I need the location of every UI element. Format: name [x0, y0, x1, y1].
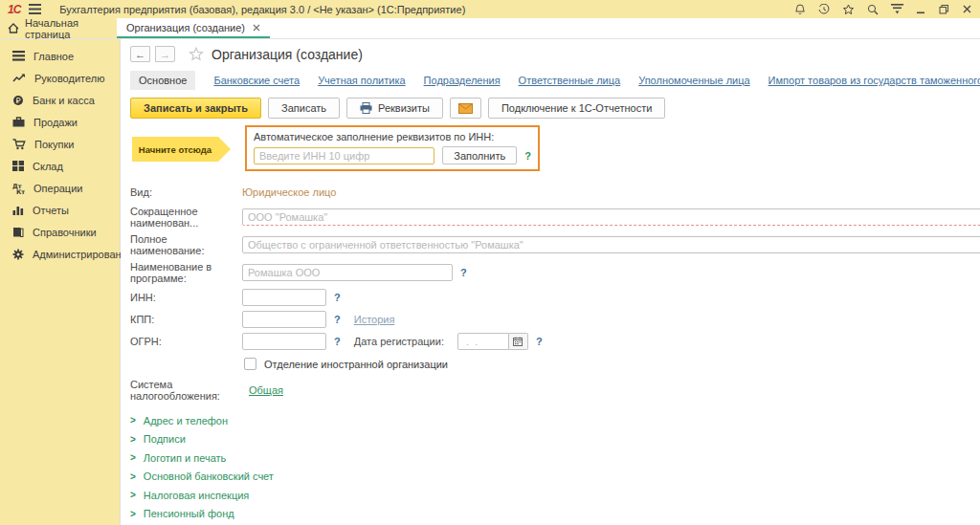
minimize-icon[interactable]	[916, 4, 926, 14]
inn-help-link[interactable]: ?	[334, 292, 341, 303]
grid-icon	[12, 161, 24, 171]
section-address-phone[interactable]: >Адрес и телефон	[130, 411, 980, 430]
chevron-right-icon: >	[130, 471, 136, 482]
sidebar-item-operations[interactable]: ДтКт Операции	[0, 177, 120, 199]
tab-main[interactable]: Основное	[130, 71, 195, 90]
fill-button[interactable]: Заполнить	[442, 146, 517, 164]
tab-bank-accounts[interactable]: Банковские счета	[213, 75, 300, 86]
favorite-star-icon[interactable]	[189, 47, 204, 61]
sidebar-item-manager[interactable]: Руководителю	[0, 67, 120, 89]
kind-label: Вид:	[130, 186, 242, 198]
home-page-tab[interactable]: Начальная страница	[0, 18, 117, 38]
chevron-right-icon: >	[130, 490, 136, 500]
requisites-button[interactable]: Реквизиты	[346, 98, 443, 119]
sidebar-item-warehouse[interactable]: Склад	[0, 155, 120, 177]
close-icon[interactable]	[962, 4, 972, 14]
tab-accounting-policy[interactable]: Учетная политика	[318, 75, 405, 86]
window-titlebar: 1С Бухгалтерия предприятия (базовая), ре…	[0, 0, 980, 18]
briefcase-icon	[12, 117, 25, 127]
home-tab-label: Начальная страница	[25, 17, 117, 40]
tab-organization-create[interactable]: Организация (создание)	[117, 18, 270, 38]
tab-authorized-persons[interactable]: Уполномоченные лица	[638, 75, 749, 86]
kpp-input[interactable]	[242, 311, 326, 328]
inn-input[interactable]	[242, 289, 326, 306]
hamburger-menu-icon[interactable]	[29, 4, 41, 14]
1c-logo: 1С	[8, 3, 20, 16]
forward-button[interactable]: →	[155, 46, 175, 62]
star-icon[interactable]	[842, 4, 855, 15]
svg-text:Кт: Кт	[16, 188, 25, 194]
search-icon[interactable]	[867, 4, 879, 15]
short-name-input[interactable]	[242, 208, 980, 226]
books-icon	[12, 227, 24, 237]
sidebar-item-sales[interactable]: Продажи	[0, 111, 120, 133]
ogrn-label: ОГРН:	[130, 336, 242, 347]
bar-chart-icon	[12, 205, 24, 215]
section-pension-fund[interactable]: >Пенсионный фонд	[130, 505, 980, 524]
reg-date-label: Дата регистрации:	[354, 336, 444, 347]
kpp-help-link[interactable]: ?	[334, 314, 341, 325]
dt-kt-icon: ДтКт	[12, 183, 25, 194]
bell-icon[interactable]	[794, 4, 806, 15]
kpp-label: КПП:	[130, 314, 242, 325]
window-title: Бухгалтерия предприятия (базовая), редак…	[59, 4, 786, 15]
full-name-input[interactable]	[242, 236, 980, 253]
inn-label: ИНН:	[130, 292, 242, 303]
tax-system-value-link[interactable]: Общая	[249, 384, 283, 396]
inn-autofill-input[interactable]	[254, 147, 434, 164]
ogrn-help-link[interactable]: ?	[334, 336, 341, 347]
tab-close-icon[interactable]	[253, 24, 260, 32]
sidebar-item-main[interactable]: Главное	[0, 45, 120, 67]
program-name-label: Наименование в программе:	[130, 261, 242, 284]
fill-help-link[interactable]: ?	[524, 150, 531, 162]
collapsible-sections: >Адрес и телефон >Подписи >Логотип и печ…	[130, 411, 980, 525]
sidebar-item-bank-cash[interactable]: Банк и касса	[0, 89, 120, 111]
doc-tab-label: Организация (создание)	[126, 22, 245, 33]
sidebar-item-directories[interactable]: Справочники	[0, 221, 120, 243]
coin-icon	[12, 95, 24, 106]
section-signatures[interactable]: >Подписи	[130, 430, 980, 449]
short-name-label: Сокращенное наименован...	[130, 206, 242, 229]
foreign-org-checkbox[interactable]	[244, 358, 256, 370]
reg-date-help-link[interactable]: ?	[536, 336, 543, 347]
sidebar-item-purchases[interactable]: Покупки	[0, 133, 120, 155]
maximize-icon[interactable]	[939, 4, 949, 14]
tab-bar: Начальная страница Организация (создание…	[0, 18, 980, 39]
section-logo-seal[interactable]: >Логотип и печать	[130, 448, 980, 468]
tab-responsible-persons[interactable]: Ответственные лица	[519, 75, 621, 86]
reg-date-input[interactable]	[457, 333, 509, 350]
section-main-bank-account[interactable]: >Основной банковский счет	[130, 468, 980, 487]
history-link[interactable]: История	[354, 314, 395, 325]
program-name-input[interactable]	[242, 264, 453, 281]
history-icon[interactable]	[818, 4, 830, 15]
connect-1c-reporting-button[interactable]: Подключение к 1С-Отчетности	[488, 98, 665, 119]
envelope-button[interactable]	[450, 98, 481, 119]
save-and-close-button[interactable]: Записать и закрыть	[130, 98, 261, 119]
menu-caret-icon[interactable]	[891, 4, 903, 14]
save-button[interactable]: Записать	[268, 98, 340, 119]
sidebar-item-reports[interactable]: Отчеты	[0, 199, 120, 221]
tab-departments[interactable]: Подразделения	[424, 75, 501, 86]
auto-fill-inn-panel: Автоматическое заполнение реквизитов по …	[245, 125, 540, 171]
chevron-right-icon: >	[130, 434, 136, 445]
back-button[interactable]: ←	[130, 46, 150, 62]
page-title: Организация (создание)	[212, 47, 363, 62]
trend-icon	[12, 73, 26, 83]
tab-import-goods[interactable]: Импорт товаров из государств таможенного…	[768, 75, 980, 86]
section-panel: Главное Руководителю Банк и касса Продаж…	[0, 39, 121, 525]
calendar-icon[interactable]	[509, 333, 528, 350]
section-tax-inspection[interactable]: >Налоговая инспекция	[130, 486, 980, 505]
program-name-help-link[interactable]: ?	[460, 267, 467, 278]
sidebar-item-administration[interactable]: Администрирование	[0, 243, 120, 265]
start-here-arrow: Начните отсюда	[132, 137, 218, 162]
chevron-right-icon: >	[130, 509, 136, 519]
kind-value-link[interactable]: Юридическое лицо	[242, 186, 336, 198]
chevron-right-icon: >	[130, 415, 136, 426]
printer-icon	[360, 102, 372, 114]
foreign-org-checkbox-label[interactable]: Отделение иностранной организации	[264, 359, 448, 370]
cart-icon	[12, 139, 26, 150]
ogrn-input[interactable]	[242, 333, 326, 350]
auto-fill-label: Автоматическое заполнение реквизитов по …	[254, 131, 531, 142]
form-toolbar: Записать и закрыть Записать Реквизиты По…	[130, 98, 980, 119]
form-organization-create: ← → Организация (создание) Основное	[121, 39, 980, 525]
